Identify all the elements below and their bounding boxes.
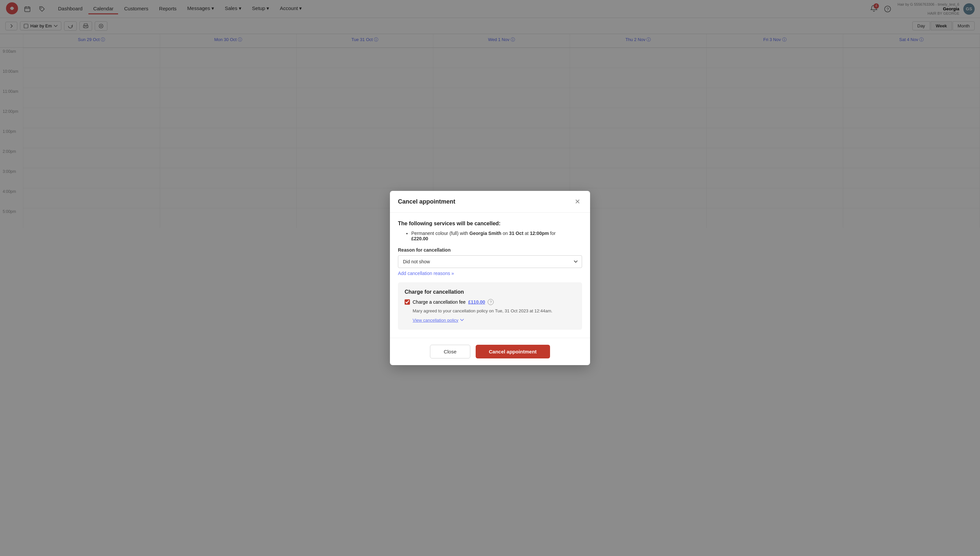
charge-agreed-text: Mary agreed to your cancellation policy …	[413, 308, 575, 314]
service-for: for	[550, 231, 555, 236]
charge-fee-amount[interactable]: £110.00	[468, 299, 485, 305]
charge-section-title: Charge for cancellation	[405, 289, 575, 295]
view-policy-label: View cancellation policy	[413, 318, 458, 323]
service-item: Permanent colour (full) with Georgia Smi…	[411, 231, 582, 241]
view-cancellation-policy-link[interactable]: View cancellation policy	[413, 318, 464, 323]
modal-overlay[interactable]: Cancel appointment ✕ The following servi…	[0, 0, 980, 556]
service-description: Permanent colour (full) with	[411, 231, 468, 236]
service-client-name: Georgia Smith	[469, 231, 501, 236]
modal-header: Cancel appointment ✕	[390, 191, 590, 213]
charge-row: Charge a cancellation fee £110.00 ?	[405, 299, 575, 305]
modal-footer: Close Cancel appointment	[390, 338, 590, 365]
charge-for-cancellation-section: Charge for cancellation Charge a cancell…	[398, 282, 582, 330]
close-modal-button[interactable]: Close	[430, 345, 470, 359]
modal-close-btn[interactable]: ✕	[573, 197, 582, 206]
modal-body: The following services will be cancelled…	[390, 213, 590, 338]
service-date: 31 Oct	[509, 231, 523, 236]
reason-label: Reason for cancellation	[398, 247, 582, 253]
service-time: 12:00pm	[530, 231, 549, 236]
charge-fee-label: Charge a cancellation fee	[413, 299, 466, 305]
services-heading: The following services will be cancelled…	[398, 221, 582, 226]
modal-title: Cancel appointment	[398, 198, 455, 205]
cancel-appointment-modal: Cancel appointment ✕ The following servi…	[390, 191, 590, 365]
cancel-appointment-button[interactable]: Cancel appointment	[475, 345, 550, 359]
charge-checkbox[interactable]	[405, 299, 410, 305]
service-at: at	[525, 231, 530, 236]
help-icon[interactable]: ?	[488, 299, 494, 305]
add-cancellation-reasons-link[interactable]: Add cancellation reasons »	[398, 271, 454, 276]
reason-select[interactable]: Did not show Client cancelled Staff canc…	[398, 255, 582, 268]
service-on: on	[503, 231, 509, 236]
service-price: £220.00	[411, 236, 428, 241]
